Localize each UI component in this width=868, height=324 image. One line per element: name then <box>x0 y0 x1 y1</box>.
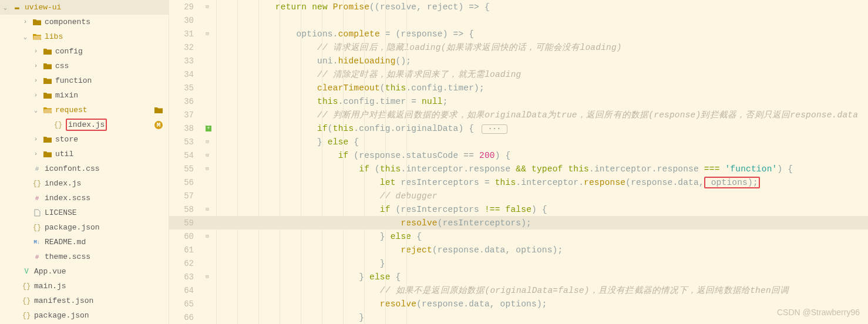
tree-label: components <box>45 18 169 26</box>
code-line[interactable]: 37 // 判断用户对拦截返回数据的要求，如果originalData为true… <box>169 108 868 122</box>
tree-item[interactable]: {}package.json <box>0 220 169 235</box>
code-line[interactable]: 56 let resInterceptors = this.intercepto… <box>169 176 868 189</box>
code-line[interactable]: 30 <box>169 14 868 27</box>
tree-label: mixin <box>55 91 169 100</box>
code-line[interactable]: 38⊞+ if(this.config.originalData) { ··· <box>169 122 868 135</box>
code-line[interactable]: 58⊟ if (resInterceptors !== false) { <box>169 203 868 216</box>
tree-item[interactable]: ›util <box>0 147 169 161</box>
line-number: 54 <box>169 151 202 160</box>
tree-label: index.scss <box>45 194 169 203</box>
code-line[interactable]: 53⊟ } else { <box>169 135 868 148</box>
tree-item[interactable]: ›components <box>0 15 169 29</box>
tree-label: index.js <box>45 179 169 188</box>
code-line[interactable]: 57 // debugger <box>169 189 868 203</box>
tree-label: store <box>55 135 169 144</box>
code-line[interactable]: 65 resolve(response.data, options); <box>169 297 868 310</box>
line-number: 66 <box>169 313 202 322</box>
code-line[interactable]: 32 // 请求返回后，隐藏loading(如果请求返回快的话，可能会没有loa… <box>169 41 868 54</box>
line-number: 29 <box>169 2 202 12</box>
line-number: 35 <box>169 83 202 93</box>
tree-item[interactable]: {}index.jsM <box>0 117 169 132</box>
code-content: } <box>213 259 385 268</box>
tree-label: uview-ui <box>25 3 169 12</box>
fold-icon[interactable]: ⊟ <box>202 274 213 280</box>
code-content: return new Promise((resolve, reject) => … <box>213 2 490 12</box>
code-content: let resInterceptors = this.interceptor.r… <box>213 178 760 187</box>
tree-label: css <box>55 62 169 70</box>
tree-label: iconfont.css <box>45 164 169 173</box>
tree-label: theme.scss <box>45 252 169 261</box>
chevron-icon: › <box>34 92 42 99</box>
line-number: 57 <box>169 191 202 201</box>
tree-item[interactable]: {}package.json <box>0 308 169 323</box>
tree-item[interactable]: ⌄request <box>0 103 169 117</box>
tree-item[interactable]: ⌄libs <box>0 29 169 44</box>
code-content: // 如果不是返回原始数据(originalData=false)，且没有拦截器… <box>213 285 789 296</box>
code-line[interactable]: 55⊟ if (this.interceptor.response && typ… <box>169 162 868 176</box>
tree-label: manifest.json <box>34 296 169 305</box>
fold-icon[interactable]: ⊟ <box>202 4 213 10</box>
chevron-icon: › <box>23 19 32 25</box>
line-number: 31 <box>169 29 202 39</box>
code-line[interactable]: 66 } <box>169 310 868 324</box>
code-line[interactable]: 33 uni.hideLoading(); <box>169 54 868 68</box>
tree-item[interactable]: ›mixin <box>0 88 169 103</box>
tree-item[interactable]: M↓README.md <box>0 235 169 249</box>
chevron-icon: ⌄ <box>34 107 42 114</box>
fold-icon[interactable]: ⊟ <box>202 233 213 239</box>
code-editor[interactable]: 29⊟ return new Promise((resolve, reject)… <box>169 0 868 324</box>
tree-item[interactable]: #index.scss <box>0 191 169 205</box>
tree-item[interactable]: LICENSE <box>0 205 169 220</box>
fold-icon[interactable]: ⊟ <box>202 166 213 172</box>
code-line[interactable]: 64 // 如果不是返回原始数据(originalData=false)，且没有… <box>169 284 868 297</box>
code-content: if (this.interceptor.response && typeof … <box>213 164 793 174</box>
code-content: if (response.statusCode == 200) { <box>213 151 510 160</box>
tree-item[interactable]: {}index.js <box>0 176 169 191</box>
tree-item[interactable]: ›css <box>0 59 169 73</box>
code-line[interactable]: 60⊟ } else { <box>169 230 868 243</box>
tree-item[interactable]: VApp.vue <box>0 264 169 279</box>
tree-item[interactable]: #theme.scss <box>0 249 169 264</box>
code-line[interactable]: 34 // 清除定时器，如果请求回来了，就无需loading <box>169 68 868 81</box>
fold-icon[interactable]: ⊟ <box>202 31 213 37</box>
tree-label: request <box>55 106 153 114</box>
file-explorer[interactable]: ⌄ ▬ uview-ui ›components⌄libs›config›css… <box>0 0 169 324</box>
chevron-icon: › <box>34 151 42 157</box>
code-line[interactable]: 61 reject(response.data, options); <box>169 243 868 256</box>
fold-icon[interactable]: ⊟ <box>202 152 213 158</box>
fold-icon[interactable]: ⊟ <box>202 206 213 212</box>
tree-item[interactable]: {}manifest.json <box>0 293 169 308</box>
code-content: resolve(response.data, options); <box>213 299 547 309</box>
file-icon <box>32 209 42 217</box>
line-number: 32 <box>169 43 202 52</box>
tree-label: config <box>55 47 169 56</box>
code-line[interactable]: 35 clearTimeout(this.config.timer); <box>169 81 868 95</box>
tree-item[interactable]: ›function <box>0 73 169 88</box>
chevron-icon: › <box>34 77 42 84</box>
folder-open-icon <box>42 107 53 113</box>
line-number: 58 <box>169 205 202 214</box>
folder-icon <box>42 92 53 99</box>
tree-label: README.md <box>45 238 169 247</box>
line-number: 62 <box>169 259 202 268</box>
chevron-icon: ⌄ <box>23 33 32 41</box>
tree-item[interactable]: #iconfont.css <box>0 161 169 176</box>
tree-item[interactable]: {}main.js <box>0 279 169 293</box>
code-line[interactable]: 31⊟ options.complete = (response) => { <box>169 27 868 41</box>
folder-icon <box>42 77 53 84</box>
code-content: // 请求返回后，隐藏loading(如果请求返回快的话，可能会没有loadin… <box>213 42 622 53</box>
code-line[interactable]: 63⊟ } else { <box>169 270 868 284</box>
tree-item[interactable]: ›store <box>0 132 169 147</box>
folder-icon <box>42 136 53 143</box>
code-line[interactable]: 62 } <box>169 256 868 270</box>
tree-item[interactable]: ›config <box>0 44 169 59</box>
line-number: 53 <box>169 137 202 147</box>
code-content: } else { <box>213 272 401 282</box>
code-line[interactable]: 59 resolve(resInterceptors); <box>169 216 868 230</box>
tree-root[interactable]: ⌄ ▬ uview-ui <box>0 0 169 15</box>
code-line[interactable]: 36 this.config.timer = null; <box>169 95 868 108</box>
fold-icon[interactable]: ⊟ <box>202 139 213 145</box>
tree-label: package.json <box>34 311 169 320</box>
code-line[interactable]: 54⊟ if (response.statusCode == 200) { <box>169 148 868 162</box>
code-line[interactable]: 29⊟ return new Promise((resolve, reject)… <box>169 0 868 14</box>
